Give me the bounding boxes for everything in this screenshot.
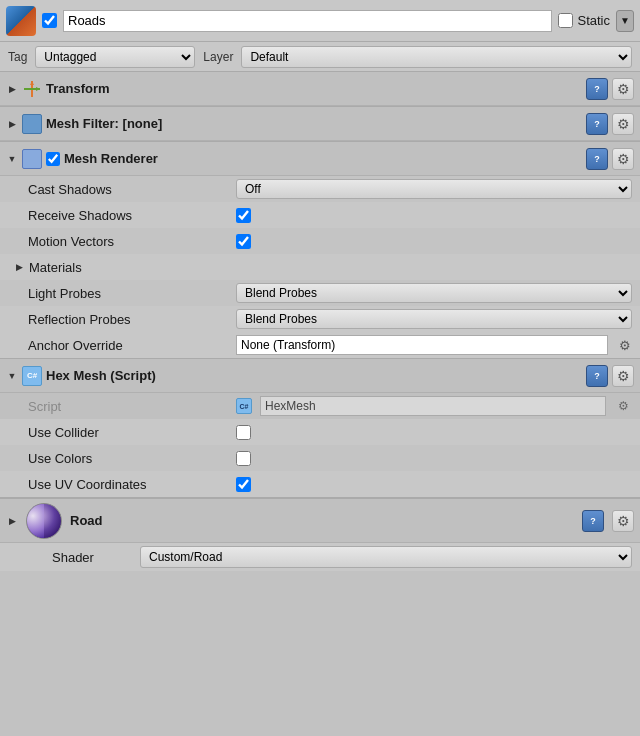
use-collider-label: Use Collider [28, 425, 228, 440]
cast-shadows-label: Cast Shadows [28, 182, 228, 197]
reflection-probes-row: Reflection Probes Blend Probes [0, 306, 640, 332]
transform-icon [22, 79, 42, 99]
reflection-probes-label: Reflection Probes [28, 312, 228, 327]
anchor-override-label: Anchor Override [28, 338, 228, 353]
material-gear-btn[interactable]: ⚙ [612, 510, 634, 532]
material-name: Road [70, 513, 574, 528]
hex-mesh-script-gear-btn[interactable]: ⚙ [612, 365, 634, 387]
mesh-renderer-component: ▼ Mesh Renderer ? ⚙ Cast Shadows Off Rec… [0, 142, 640, 359]
mesh-renderer-gear-btn[interactable]: ⚙ [612, 148, 634, 170]
reflection-probes-select[interactable]: Blend Probes [236, 309, 632, 329]
static-checkbox[interactable] [558, 13, 573, 28]
tag-select[interactable]: Untagged [35, 46, 195, 68]
mesh-filter-toggle-icon: ▶ [6, 118, 18, 130]
motion-vectors-label: Motion Vectors [28, 234, 228, 249]
shader-row: Shader Custom/Road [0, 543, 640, 571]
transform-toggle-icon: ▶ [6, 83, 18, 95]
light-probes-label: Light Probes [28, 286, 228, 301]
static-label: Static [577, 13, 610, 28]
anchor-override-input[interactable] [236, 335, 608, 355]
static-area: Static [558, 13, 610, 28]
game-object-icon [6, 6, 36, 36]
material-section: ▶ Road ? ⚙ Shader Custom/Road [0, 498, 640, 571]
anchor-override-gear[interactable]: ⚙ [616, 336, 634, 354]
material-help-btn[interactable]: ? [582, 510, 604, 532]
mesh-filter-help-btn[interactable]: ? [586, 113, 608, 135]
mesh-filter-title: Mesh Filter: [none] [46, 116, 582, 131]
mesh-filter-header[interactable]: ▶ Mesh Filter: [none] ? ⚙ [0, 107, 640, 141]
use-colors-checkbox[interactable] [236, 451, 251, 466]
transform-help-btn[interactable]: ? [586, 78, 608, 100]
light-probes-select[interactable]: Blend Probes [236, 283, 632, 303]
use-uv-label: Use UV Coordinates [28, 477, 228, 492]
motion-vectors-row: Motion Vectors [0, 228, 640, 254]
tag-label: Tag [8, 50, 27, 64]
motion-vectors-checkbox[interactable] [236, 234, 251, 249]
use-colors-label: Use Colors [28, 451, 228, 466]
mesh-filter-gear-btn[interactable]: ⚙ [612, 113, 634, 135]
mesh-renderer-toggle-icon: ▼ [6, 153, 18, 165]
receive-shadows-label: Receive Shadows [28, 208, 228, 223]
material-toggle-icon: ▶ [6, 515, 18, 527]
mesh-filter-icon [22, 114, 42, 134]
mesh-filter-component: ▶ Mesh Filter: [none] ? ⚙ [0, 107, 640, 142]
transform-component: ▶ Transform ? ⚙ [0, 72, 640, 107]
hex-mesh-script-title: Hex Mesh (Script) [46, 368, 582, 383]
receive-shadows-checkbox[interactable] [236, 208, 251, 223]
anchor-override-row: Anchor Override ⚙ [0, 332, 640, 358]
transform-header[interactable]: ▶ Transform ? ⚙ [0, 72, 640, 106]
hex-mesh-script-component: ▼ C# Hex Mesh (Script) ? ⚙ Script C# ⚙ U… [0, 359, 640, 498]
mesh-renderer-header[interactable]: ▼ Mesh Renderer ? ⚙ [0, 142, 640, 176]
script-name-input[interactable] [260, 396, 606, 416]
material-preview [26, 503, 62, 539]
game-object-header: Static ▼ [0, 0, 640, 42]
mesh-renderer-enabled-checkbox[interactable] [46, 152, 60, 166]
svg-marker-3 [36, 87, 40, 91]
hex-mesh-script-toggle-icon: ▼ [6, 370, 18, 382]
materials-label: Materials [29, 260, 82, 275]
layer-select[interactable]: Default [241, 46, 632, 68]
object-name-input[interactable] [63, 10, 552, 32]
use-colors-row: Use Colors [0, 445, 640, 471]
mesh-renderer-icon [22, 149, 42, 169]
hex-mesh-script-header[interactable]: ▼ C# Hex Mesh (Script) ? ⚙ [0, 359, 640, 393]
mesh-renderer-help-btn[interactable]: ? [586, 148, 608, 170]
mesh-renderer-title: Mesh Renderer [64, 151, 582, 166]
materials-row[interactable]: ▶ Materials [0, 254, 640, 280]
materials-toggle-icon: ▶ [16, 262, 23, 272]
shader-select[interactable]: Custom/Road [140, 546, 632, 568]
script-prop-row: Script C# ⚙ [0, 393, 640, 419]
script-icon-small: C# [236, 398, 252, 414]
light-probes-row: Light Probes Blend Probes [0, 280, 640, 306]
enabled-checkbox[interactable] [42, 13, 57, 28]
hex-mesh-script-help-btn[interactable]: ? [586, 365, 608, 387]
use-uv-row: Use UV Coordinates [0, 471, 640, 497]
transform-gear-btn[interactable]: ⚙ [612, 78, 634, 100]
shader-label: Shader [52, 550, 132, 565]
hex-mesh-script-icon: C# [22, 366, 42, 386]
receive-shadows-row: Receive Shadows [0, 202, 640, 228]
script-settings-gear[interactable]: ⚙ [614, 397, 632, 415]
script-label: Script [28, 399, 228, 414]
cast-shadows-row: Cast Shadows Off [0, 176, 640, 202]
material-header[interactable]: ▶ Road ? ⚙ [0, 499, 640, 543]
cast-shadows-select[interactable]: Off [236, 179, 632, 199]
transform-title: Transform [46, 81, 582, 96]
use-collider-row: Use Collider [0, 419, 640, 445]
use-uv-checkbox[interactable] [236, 477, 251, 492]
use-collider-checkbox[interactable] [236, 425, 251, 440]
svg-marker-2 [30, 81, 34, 85]
static-dropdown[interactable]: ▼ [616, 10, 634, 32]
tag-layer-row: Tag Untagged Layer Default [0, 42, 640, 72]
layer-label: Layer [203, 50, 233, 64]
